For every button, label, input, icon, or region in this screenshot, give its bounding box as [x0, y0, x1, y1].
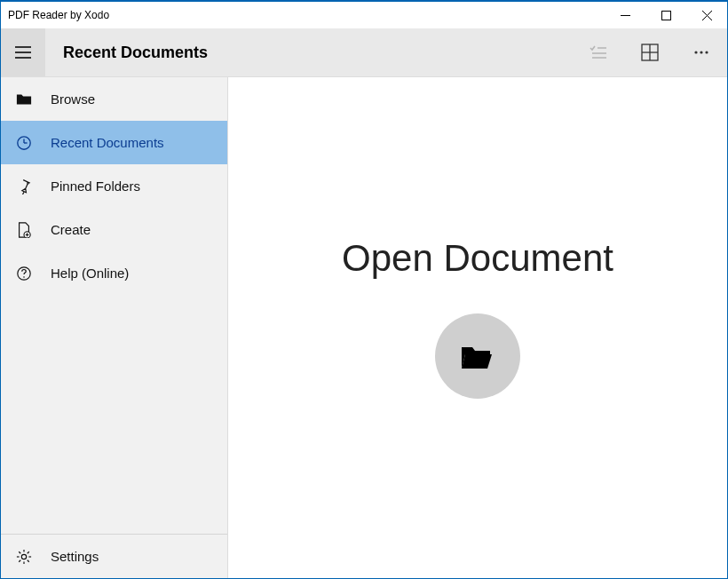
- window-title: PDF Reader by Xodo: [8, 9, 109, 21]
- body: Browse Recent Documents Pinned Folders: [1, 77, 727, 578]
- titlebar: PDF Reader by Xodo: [1, 2, 727, 28]
- folder-icon: [13, 91, 35, 107]
- svg-point-24: [21, 554, 26, 559]
- sidebar-item-label: Create: [51, 222, 91, 237]
- header-actions: [573, 28, 727, 76]
- svg-line-30: [28, 559, 29, 561]
- sidebar-item-browse[interactable]: Browse: [1, 77, 227, 121]
- sidebar-item-label: Pinned Folders: [51, 178, 140, 194]
- hamburger-icon: [14, 44, 32, 61]
- more-button[interactable]: [676, 28, 727, 76]
- grid-view-button[interactable]: [624, 28, 676, 76]
- sidebar-item-help[interactable]: Help (Online): [1, 251, 227, 295]
- minimize-icon: [621, 11, 630, 20]
- list-view-button[interactable]: [573, 28, 624, 76]
- maximize-icon: [661, 11, 671, 20]
- header-toolbar: Recent Documents: [1, 28, 727, 77]
- sidebar: Browse Recent Documents Pinned Folders: [1, 77, 228, 578]
- header-title: Recent Documents: [63, 44, 573, 62]
- grid-icon: [641, 44, 659, 61]
- hamburger-button[interactable]: [1, 28, 45, 76]
- help-icon: [13, 266, 35, 282]
- svg-point-15: [705, 51, 708, 53]
- create-document-icon: [13, 222, 35, 238]
- maximize-button[interactable]: [645, 2, 686, 28]
- svg-rect-1: [661, 11, 670, 20]
- svg-line-31: [19, 559, 20, 561]
- sidebar-list: Browse Recent Documents Pinned Folders: [1, 77, 227, 534]
- window-controls: [605, 2, 727, 28]
- sidebar-item-label: Recent Documents: [51, 135, 164, 150]
- sidebar-item-settings[interactable]: Settings: [1, 535, 227, 578]
- minimize-button[interactable]: [605, 2, 645, 28]
- svg-line-29: [19, 551, 20, 553]
- svg-point-13: [694, 51, 697, 53]
- clock-icon: [13, 135, 35, 151]
- sidebar-item-label: Settings: [51, 549, 99, 564]
- sidebar-footer: Settings: [1, 534, 227, 578]
- svg-point-23: [23, 276, 25, 278]
- close-icon: [702, 11, 712, 20]
- close-button[interactable]: [686, 2, 727, 28]
- sidebar-item-label: Help (Online): [51, 266, 129, 281]
- gear-icon: [13, 549, 35, 565]
- more-icon: [692, 44, 710, 61]
- sidebar-item-label: Browse: [51, 91, 95, 107]
- svg-line-32: [28, 551, 29, 553]
- sidebar-item-pinned[interactable]: Pinned Folders: [1, 164, 227, 208]
- open-document-heading: Open Document: [342, 237, 613, 280]
- pin-icon: [13, 178, 35, 194]
- list-check-icon: [590, 44, 607, 61]
- open-document-button[interactable]: [435, 313, 520, 399]
- sidebar-item-create[interactable]: Create: [1, 208, 227, 251]
- sidebar-item-recent[interactable]: Recent Documents: [1, 121, 227, 164]
- svg-point-14: [700, 51, 702, 53]
- main-content: Open Document: [228, 77, 727, 578]
- folder-open-icon: [458, 337, 497, 376]
